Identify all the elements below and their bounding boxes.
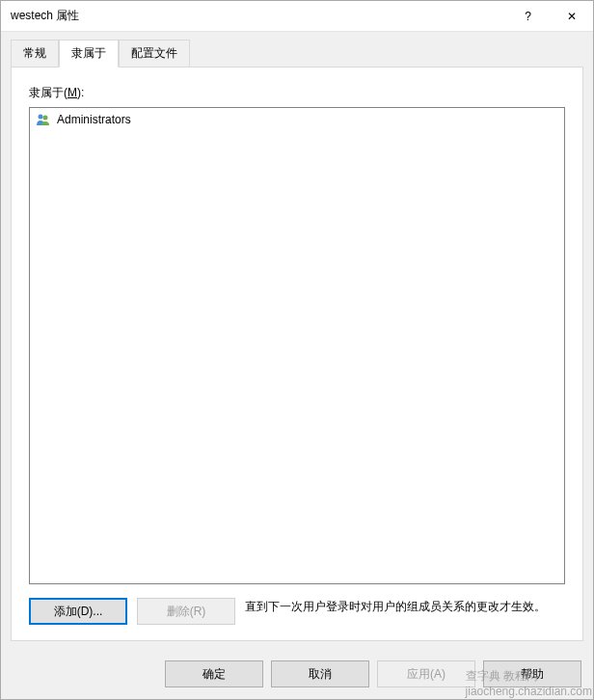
titlebar: westech 属性 ? ✕ [1,1,593,32]
dialog-content: 常规 隶属于 配置文件 隶属于(M): Administrators [1,32,593,651]
tab-profile[interactable]: 配置文件 [119,40,190,67]
svg-point-0 [39,115,43,120]
memberof-label-prefix: 隶属于( [29,86,68,99]
help-icon: ? [525,10,531,23]
groups-listbox[interactable]: Administrators [29,107,565,584]
action-row: 添加(D)... 删除(R) 直到下一次用户登录时对用户的组成员关系的更改才生效… [29,598,565,625]
hint-text: 直到下一次用户登录时对用户的组成员关系的更改才生效。 [245,598,565,615]
tab-general[interactable]: 常规 [11,40,59,67]
close-icon: ✕ [567,10,577,23]
memberof-label-key: M [68,86,77,99]
close-button[interactable]: ✕ [550,2,593,31]
help-button[interactable]: ? [506,2,550,31]
tabs: 常规 隶属于 配置文件 [11,40,583,67]
svg-point-1 [43,116,48,121]
dialog-buttons: 确定 取消 应用(A) 帮助 [1,651,593,699]
list-item-label: Administrators [57,113,131,126]
help-button-bottom[interactable]: 帮助 [483,660,581,687]
remove-button: 删除(R) [137,598,235,625]
add-button[interactable]: 添加(D)... [29,598,127,625]
cancel-button[interactable]: 取消 [271,660,369,687]
ok-button[interactable]: 确定 [165,660,263,687]
group-icon [36,112,51,127]
tab-panel-memberof: 隶属于(M): Administrators 添加(D)... 删除(R) 直到… [11,67,583,641]
memberof-label: 隶属于(M): [29,85,565,101]
window-title: westech 属性 [11,8,506,24]
tab-memberof[interactable]: 隶属于 [59,40,119,67]
list-item[interactable]: Administrators [30,108,564,131]
memberof-label-suffix: ): [77,86,84,99]
apply-button: 应用(A) [377,660,475,687]
